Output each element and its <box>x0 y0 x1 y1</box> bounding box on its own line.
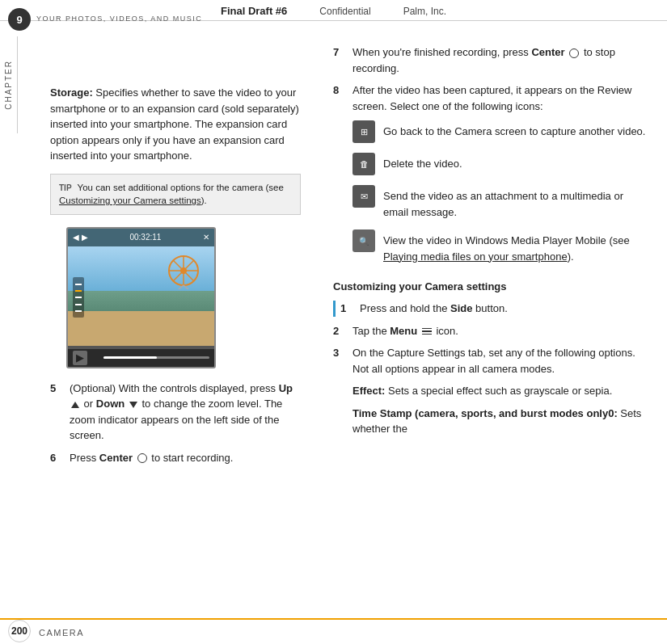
tip-label: TIP <box>59 183 72 192</box>
item5-number: 5 <box>50 381 63 444</box>
item7-content: When you're finished recording, press Ce… <box>352 44 651 76</box>
page-footer: 200 CAMERA <box>0 618 667 644</box>
icon-play-text: View the video in Windows Media Player M… <box>383 229 651 264</box>
center-button-icon-7 <box>569 48 579 58</box>
item2-content: Tap the Menu icon. <box>352 323 651 339</box>
header-subtitle1: Confidential <box>319 6 370 17</box>
zoom-indicator <box>73 277 84 318</box>
item8-content: After the video has been captured, it ap… <box>352 82 651 114</box>
camera-bottom-bar: ▶ <box>68 349 214 367</box>
camera-screenshot: ◀ ▶ 00:32:11 ✕ <box>66 227 216 368</box>
svg-line-6 <box>174 285 184 289</box>
center-button-icon <box>137 453 147 463</box>
icon-item-delete: 🗑 Delete the video. <box>352 153 651 175</box>
icon-item-camera: ⊞ Go back to the Camera screen to captur… <box>352 120 651 143</box>
camera-time: 00:32:11 <box>129 233 161 242</box>
effect-label: Effect: <box>352 385 385 397</box>
icon-delete-text: Delete the video. <box>383 153 651 172</box>
progress-bar <box>103 356 209 359</box>
header-title: Final Draft #6 <box>221 5 287 17</box>
tip-link[interactable]: Customizing your Camera settings <box>59 196 201 205</box>
send-icon: ✉ <box>352 185 375 208</box>
item1-content: Press and hold the Side button. <box>360 301 651 317</box>
footer-label: CAMERA <box>39 628 84 638</box>
item8-number: 8 <box>333 82 346 114</box>
icon-item-play: 🔍 View the video in Windows Media Player… <box>352 229 651 264</box>
list-item-8: 8 After the video has been captured, it … <box>333 82 651 114</box>
menu-icon <box>422 326 432 337</box>
camera-mountains <box>68 291 214 311</box>
chapter-number: 9 <box>8 8 31 31</box>
item5-content: (Optional) With the controls displayed, … <box>70 381 301 444</box>
timestamp-label: Time Stamp (camera, sports, and burst mo… <box>352 407 618 419</box>
right-column: 7 When you're finished recording, press … <box>317 36 667 618</box>
ferris-wheel-icon <box>166 253 202 289</box>
tip-box: TIP You can set additional options for t… <box>50 174 301 215</box>
list-item-7: 7 When you're finished recording, press … <box>333 44 651 76</box>
item6-content: Press Center to start recording. <box>70 450 301 466</box>
chapter-subtitle: YOUR PHOTOS, VIDEOS, AND MUSIC <box>36 15 202 23</box>
item1-number: 1 <box>340 301 353 317</box>
tip-text: You can set additional options for the c… <box>75 183 284 192</box>
main-content: Storage: Specifies whether to save the v… <box>18 36 667 618</box>
icon-item-send: ✉ Send the video as an attachment to a m… <box>352 185 651 220</box>
up-arrow-icon <box>71 402 79 408</box>
header-subtitle2: Palm, Inc. <box>403 6 446 17</box>
playing-media-link[interactable]: Playing media files on your smartphone <box>383 250 568 263</box>
page-number: 200 <box>8 620 31 642</box>
menu-bold: Menu <box>390 325 417 337</box>
section-heading: Customizing your Camera settings <box>333 280 651 293</box>
item3-number: 3 <box>333 345 346 444</box>
list-item-6: 6 Press Center to start recording. <box>50 450 301 466</box>
camera-back-icon: ⊞ <box>352 120 375 143</box>
delete-icon: 🗑 <box>352 153 375 175</box>
side-bold: Side <box>450 302 472 314</box>
storage-paragraph: Storage: Specifies whether to save the v… <box>50 85 301 164</box>
icon-camera-text: Go back to the Camera screen to capture … <box>383 120 651 140</box>
icon-list: ⊞ Go back to the Camera screen to captur… <box>352 120 651 264</box>
play-media-icon: 🔍 <box>352 229 375 252</box>
item3-content: On the Capture Settings tab, set any of … <box>352 345 651 444</box>
item2-number: 2 <box>333 323 346 339</box>
play-button[interactable]: ▶ <box>73 351 87 365</box>
progress-fill <box>103 356 157 359</box>
tip-text2: ). <box>201 196 207 205</box>
chapter-tab: CHAPTER <box>0 36 18 133</box>
left-column: Storage: Specifies whether to save the v… <box>18 36 317 618</box>
storage-label: Storage: <box>50 86 93 99</box>
item6-number: 6 <box>50 450 63 466</box>
camera-ground <box>68 311 214 346</box>
down-arrow-icon <box>129 402 137 408</box>
item7-number: 7 <box>333 44 346 76</box>
customizing-item-1: 1 Press and hold the Side button. <box>333 301 651 317</box>
customizing-item-3: 3 On the Capture Settings tab, set any o… <box>333 345 651 444</box>
icon-send-text: Send the video as an attachment to a mul… <box>383 185 651 220</box>
customizing-item-2: 2 Tap the Menu icon. <box>333 323 651 339</box>
list-item-5: 5 (Optional) With the controls displayed… <box>50 381 301 444</box>
camera-toolbar: ◀ ▶ 00:32:11 ✕ <box>68 229 214 246</box>
svg-line-7 <box>184 285 193 289</box>
